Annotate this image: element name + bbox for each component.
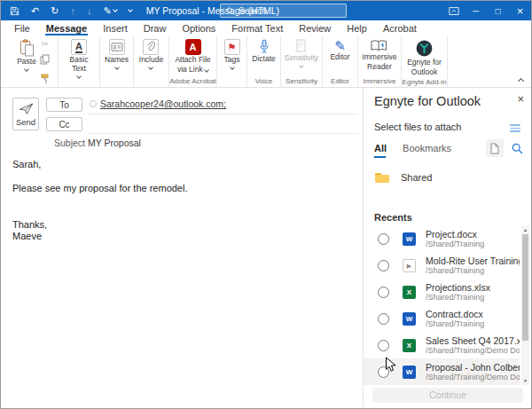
book-icon bbox=[371, 39, 387, 52]
tab-help[interactable]: Help bbox=[339, 20, 375, 35]
tab-options[interactable]: Options bbox=[174, 20, 223, 35]
format-painter-button[interactable] bbox=[40, 72, 50, 88]
file-row[interactable]: X Projections.xlsx/Shared/Training bbox=[364, 279, 520, 305]
radio-button[interactable] bbox=[378, 340, 389, 351]
redo-icon[interactable]: ↻ bbox=[51, 6, 59, 16]
tab-acrobat[interactable]: Acrobat bbox=[375, 20, 425, 35]
cc-button[interactable]: Cc bbox=[46, 117, 82, 131]
tab-message[interactable]: Message bbox=[38, 20, 95, 35]
file-path: /Shared/Training/Demo Docs bbox=[426, 373, 520, 381]
cc-field-underline bbox=[88, 133, 358, 134]
copy-button[interactable] bbox=[40, 52, 50, 68]
file-row[interactable]: W Contract.docx/Shared/Training bbox=[364, 305, 520, 332]
folder-item-shared[interactable]: Shared bbox=[374, 168, 432, 187]
quick-access-toolbar: ↶ ↻ ↑ ↓ ✎ bbox=[1, 6, 132, 16]
paperclip-icon bbox=[143, 39, 159, 55]
egnyte-for-outlook-button[interactable]: Egnyte for Outlook bbox=[405, 38, 443, 78]
ribbon-tab-row: File Message Insert Draw Options Format … bbox=[1, 20, 531, 35]
panel-subtitle: Select files to attach bbox=[374, 122, 461, 132]
ribbon-display-options-button[interactable] bbox=[442, 1, 465, 20]
acrobat-icon: A bbox=[185, 39, 201, 55]
tab-all[interactable]: All bbox=[374, 143, 387, 153]
menu-icon[interactable] bbox=[510, 124, 520, 132]
sensitivity-button[interactable]: Sensitivity bbox=[283, 38, 320, 68]
attach-file-via-link-button[interactable]: A Attach File via Link bbox=[173, 38, 212, 75]
group-label-immersive: Immersive bbox=[364, 77, 396, 85]
file-row[interactable]: X Sales Sheet Q4 2017.xlsx/Shared/Traini… bbox=[364, 332, 520, 358]
word-file-icon: W bbox=[403, 366, 416, 379]
group-label-editor: Editor bbox=[331, 77, 349, 85]
scrollbar[interactable]: ▲ ▼ bbox=[521, 225, 529, 385]
radio-button[interactable] bbox=[378, 260, 389, 271]
ribbon-group-basic-text: A Basic Text bbox=[59, 35, 100, 87]
ribbon-group-include: Include bbox=[134, 35, 169, 87]
save-icon[interactable] bbox=[10, 6, 20, 16]
radio-button[interactable] bbox=[378, 233, 389, 245]
word-file-icon: W bbox=[403, 312, 416, 326]
ribbon-group-tags: ⚑ Tags bbox=[217, 35, 247, 87]
folder-label: Shared bbox=[401, 172, 432, 183]
file-name: Project.docx bbox=[426, 229, 484, 240]
ribbon: Paste ✂ Clipboard ↘ bbox=[1, 35, 531, 88]
maximize-button[interactable]: □ bbox=[487, 1, 509, 20]
move-down-icon[interactable]: ↓ bbox=[87, 6, 92, 16]
search-icon bbox=[512, 143, 523, 154]
tags-button[interactable]: ⚑ Tags bbox=[223, 38, 242, 70]
excel-file-icon: X bbox=[403, 339, 416, 352]
dictate-button[interactable]: Dictate bbox=[250, 38, 277, 65]
subject-field[interactable]: MY Proposal bbox=[88, 138, 141, 148]
immersive-reader-button[interactable]: Immersive Reader bbox=[360, 38, 398, 73]
group-label-sensitivity: Sensitivity bbox=[286, 77, 317, 85]
folder-icon bbox=[374, 171, 390, 184]
search-input[interactable]: Search bbox=[220, 4, 347, 18]
tab-file[interactable]: File bbox=[6, 20, 38, 35]
tab-draw[interactable]: Draw bbox=[136, 20, 175, 35]
search-icon bbox=[226, 7, 234, 15]
message-body-editor[interactable]: Sarah, Please see my proposal for the re… bbox=[12, 159, 354, 243]
customize-qat-button[interactable] bbox=[129, 8, 132, 13]
paste-button[interactable]: Paste bbox=[15, 38, 38, 72]
to-recipient-chip[interactable]: Sarahcooper24@outlook.com; bbox=[90, 98, 226, 109]
panel-close-button[interactable]: × bbox=[517, 93, 524, 105]
tab-review[interactable]: Review bbox=[291, 20, 339, 35]
chevron-down-icon bbox=[113, 7, 118, 12]
panel-title: Egnyte for Outlook bbox=[374, 94, 481, 108]
radio-button[interactable] bbox=[378, 287, 389, 298]
recipient-address[interactable]: Sarahcooper24@outlook.com; bbox=[100, 98, 226, 109]
cut-button[interactable]: ✂ bbox=[41, 40, 48, 49]
panel-search-button[interactable] bbox=[512, 142, 523, 158]
ink-mode-icon[interactable]: ✎ bbox=[103, 6, 116, 16]
basic-text-button[interactable]: A Basic Text bbox=[64, 38, 94, 79]
flag-icon: ⚑ bbox=[224, 39, 240, 55]
tab-format-text[interactable]: Format Text bbox=[223, 20, 291, 35]
scroll-up-icon[interactable]: ▲ bbox=[523, 225, 528, 234]
scrollbar-thumb[interactable] bbox=[522, 234, 528, 341]
undo-icon[interactable]: ↶ bbox=[31, 6, 39, 16]
file-row[interactable]: W Project.docx/Shared/Training bbox=[364, 225, 520, 252]
include-button[interactable]: Include bbox=[137, 38, 165, 70]
scroll-down-icon[interactable]: ▼ bbox=[523, 376, 528, 385]
to-button[interactable]: To bbox=[46, 98, 82, 112]
egnyte-icon bbox=[415, 39, 434, 58]
file-row[interactable]: ▶ Mold-Rite User Training.mp4/Shared/Tra… bbox=[364, 252, 520, 279]
chevron-down-icon bbox=[76, 74, 82, 79]
egnyte-panel: Egnyte for Outlook × Select files to att… bbox=[364, 88, 532, 408]
collapse-ribbon-button[interactable] bbox=[518, 78, 524, 84]
names-button[interactable]: Names bbox=[103, 38, 130, 70]
continue-button[interactable]: Continue bbox=[372, 388, 523, 403]
minimize-button[interactable]: ─ bbox=[465, 1, 487, 20]
chevron-down-icon bbox=[204, 67, 209, 73]
group-label-voice: Voice bbox=[255, 77, 273, 85]
editor-button[interactable]: ✎ Editor bbox=[328, 38, 351, 63]
close-button[interactable]: × bbox=[509, 1, 531, 20]
move-up-icon[interactable]: ↑ bbox=[70, 6, 75, 16]
tab-bookmarks[interactable]: Bookmarks bbox=[403, 143, 451, 153]
radio-button[interactable] bbox=[378, 313, 389, 325]
file-name: Mold-Rite User Training.mp4 bbox=[426, 256, 520, 266]
file-name: Contract.docx bbox=[426, 309, 484, 319]
compose-pane: Send To Cc Sarahcooper24@outlook.com; Su… bbox=[1, 88, 364, 408]
send-button[interactable]: Send bbox=[12, 98, 39, 130]
file-name: Sales Sheet Q4 2017.xlsx bbox=[426, 335, 520, 346]
new-document-button[interactable] bbox=[486, 139, 504, 157]
tab-insert[interactable]: Insert bbox=[95, 20, 136, 35]
